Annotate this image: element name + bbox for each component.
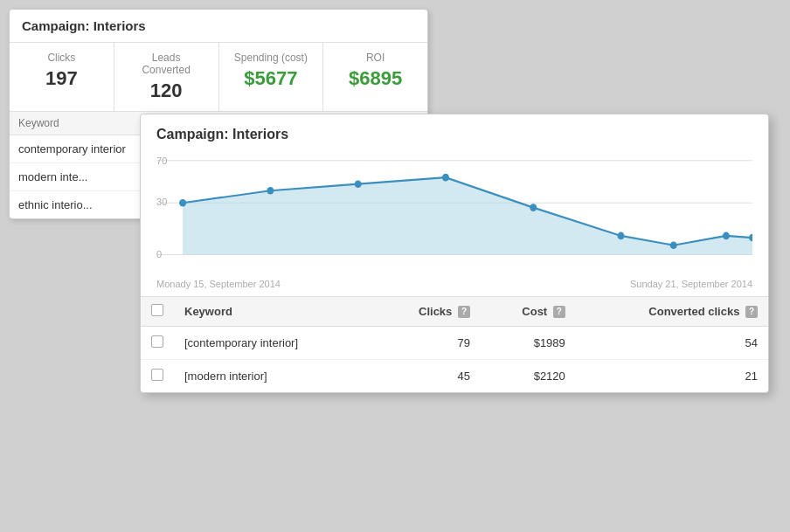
col-converted-header: Converted clicks ?: [576, 297, 768, 327]
row1-clicks: 79: [373, 327, 481, 360]
row2-keyword: [modern interior]: [174, 360, 373, 393]
row1-checkbox[interactable]: [151, 335, 163, 348]
card1-title: Campaign: Interiors: [10, 10, 427, 43]
date-end: Sunday 21, September 2014: [630, 279, 752, 289]
chart-area: 70 30 0 Monady 15, September 2014 Sunday…: [141, 151, 768, 291]
svg-point-13: [670, 241, 677, 249]
row1-checkbox-cell: [141, 327, 174, 360]
col-keyword-header: Keyword: [174, 297, 373, 327]
svg-point-10: [442, 174, 449, 182]
stat-roi-value: $6895: [336, 67, 415, 90]
stat-spending: Spending (cost) $5677: [219, 43, 324, 111]
row2-checkbox[interactable]: [151, 369, 163, 381]
svg-text:0: 0: [156, 248, 162, 259]
table-row: [modern interior] 45 $2120 21: [141, 360, 768, 393]
clicks-help-icon[interactable]: ?: [458, 306, 470, 318]
stat-clicks-value: 197: [22, 67, 101, 90]
stat-leads-label: Leads Converted: [127, 52, 206, 76]
stat-spending-label: Spending (cost): [232, 52, 311, 64]
svg-text:70: 70: [156, 155, 167, 166]
cell-kw: contemporary interior: [10, 135, 148, 163]
stat-leads: Leads Converted 120: [114, 43, 219, 111]
col-keyword: Keyword: [10, 112, 148, 135]
cell-kw: modern inte...: [10, 163, 148, 191]
cell-kw: ethnic interio...: [10, 191, 148, 219]
card-campaign-chart: Campaign: Interiors 70 30 0: [140, 114, 769, 393]
svg-text:30: 30: [156, 197, 167, 207]
stat-clicks: Clicks 197: [10, 43, 114, 111]
cost-help-icon[interactable]: ?: [553, 306, 565, 318]
stat-roi: ROI $6895: [323, 43, 427, 111]
col-checkbox: [141, 297, 174, 327]
col-cost-header: Cost ?: [481, 297, 576, 327]
stats-row: Clicks 197 Leads Converted 120 Spending …: [10, 43, 427, 112]
stat-roi-label: ROI: [336, 52, 415, 64]
svg-point-8: [267, 187, 274, 195]
keyword-table-2: Keyword Clicks ? Cost ? Converted clicks…: [141, 296, 768, 392]
card2-title: Campaign: Interiors: [141, 114, 768, 151]
svg-point-11: [530, 204, 537, 211]
stat-spending-value: $5677: [232, 67, 311, 90]
col-clicks-header: Clicks ?: [373, 297, 481, 327]
svg-point-9: [355, 180, 362, 188]
stat-clicks-label: Clicks: [22, 52, 101, 64]
chart-dates: Monady 15, September 2014 Sunday 21, Sep…: [156, 277, 752, 291]
converted-help-icon[interactable]: ?: [745, 306, 758, 318]
svg-point-12: [618, 232, 625, 240]
svg-point-14: [723, 232, 730, 240]
row2-checkbox-cell: [141, 360, 174, 393]
row1-cost: $1989: [481, 327, 576, 360]
row2-clicks: 45: [373, 360, 481, 393]
svg-point-7: [179, 199, 186, 207]
select-all-checkbox[interactable]: [151, 304, 163, 316]
table-row: [contemporary interior] 79 $1989 54: [141, 327, 768, 360]
row1-keyword: [contemporary interior]: [174, 327, 373, 360]
line-chart: 70 30 0: [156, 151, 752, 273]
stat-leads-value: 120: [127, 79, 206, 102]
date-start: Monady 15, September 2014: [156, 279, 281, 289]
row2-cost: $2120: [481, 360, 576, 393]
row2-converted: 21: [576, 360, 768, 393]
row1-converted: 54: [576, 327, 768, 360]
